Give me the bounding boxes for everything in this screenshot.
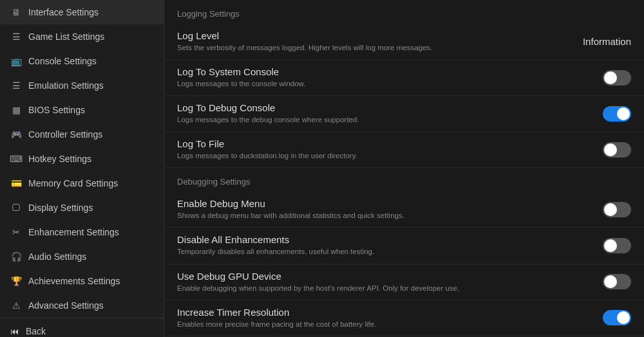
- setting-row-log-to-file: Log To FileLogs messages to duckstation.…: [164, 132, 644, 168]
- display-settings-icon: 🖵: [10, 202, 22, 214]
- setting-row-disable-all-enhancements: Disable All EnhancementsTemporarily disa…: [164, 228, 644, 264]
- achievements-settings-icon: 🏆: [10, 275, 22, 287]
- controller-settings-icon: 🎮: [10, 129, 22, 140]
- toggle-use-debug-gpu-device[interactable]: [603, 274, 631, 289]
- sidebar-item-label: Memory Card Settings: [28, 178, 118, 188]
- sidebar: 🖥Interface Settings☰Game List Settings📺C…: [0, 0, 164, 337]
- sidebar-item-label: Enhancement Settings: [28, 227, 119, 237]
- setting-title: Log To Debug Console: [177, 102, 595, 113]
- hotkey-settings-icon: ⌨: [10, 153, 22, 165]
- sidebar-item-audio-settings[interactable]: 🎧Audio Settings: [0, 244, 164, 269]
- setting-desc: Logs messages to the debug console where…: [177, 114, 595, 125]
- setting-title: Use Debug GPU Device: [177, 271, 595, 282]
- back-button[interactable]: ⏮Back: [0, 318, 164, 337]
- main-content: Logging SettingsLog LevelSets the verbos…: [164, 0, 644, 337]
- sidebar-item-label: Interface Settings: [28, 7, 99, 17]
- sidebar-item-label: Console Settings: [28, 56, 97, 66]
- setting-desc: Logs messages to duckstation.log in the …: [177, 150, 595, 161]
- setting-row-log-level: Log LevelSets the verbosity of messages …: [164, 24, 644, 60]
- setting-text-increase-timer-resolution: Increase Timer ResolutionEnables more pr…: [177, 307, 595, 329]
- emulation-settings-icon: ☰: [10, 80, 22, 91]
- setting-desc: Sets the verbosity of messages logged. H…: [177, 42, 575, 53]
- setting-row-enable-debug-menu: Enable Debug MenuShows a debug menu bar …: [164, 192, 644, 228]
- toggle-log-to-system-console[interactable]: [603, 70, 631, 86]
- sidebar-item-label: Controller Settings: [28, 129, 102, 140]
- sidebar-item-hotkey-settings[interactable]: ⌨Hotkey Settings: [0, 147, 164, 171]
- back-label: Back: [26, 326, 46, 336]
- sidebar-item-label: Game List Settings: [28, 32, 104, 42]
- setting-title: Log To File: [177, 138, 595, 149]
- sidebar-item-label: Hotkey Settings: [28, 154, 91, 164]
- sidebar-item-interface-settings[interactable]: 🖥Interface Settings: [0, 0, 164, 24]
- setting-row-log-to-system-console: Log To System ConsoleLogs messages to th…: [164, 60, 644, 96]
- setting-desc: Enable debugging when supported by the h…: [177, 283, 595, 293]
- game-list-settings-icon: ☰: [10, 31, 22, 42]
- setting-row-use-debug-gpu-device: Use Debug GPU DeviceEnable debugging whe…: [164, 264, 644, 300]
- enhancement-settings-icon: ✂: [10, 226, 22, 238]
- sidebar-item-display-settings[interactable]: 🖵Display Settings: [0, 196, 164, 220]
- sidebar-item-label: Audio Settings: [28, 251, 86, 262]
- sidebar-item-bios-settings[interactable]: ▦BIOS Settings: [0, 98, 164, 122]
- setting-text-log-to-system-console: Log To System ConsoleLogs messages to th…: [177, 66, 595, 89]
- section-header-debugging-settings: Debugging Settings: [164, 168, 644, 192]
- sidebar-item-label: Emulation Settings: [28, 80, 104, 91]
- sidebar-item-label: Advanced Settings: [28, 300, 104, 311]
- section-header-logging-settings: Logging Settings: [164, 0, 644, 24]
- bios-settings-icon: ▦: [10, 104, 22, 116]
- sidebar-item-memory-card-settings[interactable]: 💳Memory Card Settings: [0, 171, 164, 196]
- sidebar-item-controller-settings[interactable]: 🎮Controller Settings: [0, 122, 164, 147]
- sidebar-item-label: BIOS Settings: [28, 105, 85, 115]
- sidebar-item-advanced-settings[interactable]: ⚠Advanced Settings: [0, 293, 164, 318]
- setting-desc: Shows a debug menu bar with additional s…: [177, 210, 595, 221]
- toggle-disable-all-enhancements[interactable]: [603, 238, 631, 253]
- setting-value-log-level[interactable]: Information: [583, 36, 631, 47]
- setting-title: Enable Debug Menu: [177, 198, 595, 209]
- setting-desc: Temporarily disables all enhancements, u…: [177, 246, 595, 257]
- sidebar-item-console-settings[interactable]: 📺Console Settings: [0, 49, 164, 73]
- setting-text-enable-debug-menu: Enable Debug MenuShows a debug menu bar …: [177, 198, 595, 221]
- setting-text-use-debug-gpu-device: Use Debug GPU DeviceEnable debugging whe…: [177, 271, 595, 293]
- setting-title: Log To System Console: [177, 66, 595, 77]
- setting-text-disable-all-enhancements: Disable All EnhancementsTemporarily disa…: [177, 234, 595, 257]
- interface-settings-icon: 🖥: [10, 6, 22, 18]
- setting-title: Log Level: [177, 30, 575, 41]
- toggle-increase-timer-resolution[interactable]: [603, 310, 631, 325]
- setting-row-log-to-debug-console: Log To Debug ConsoleLogs messages to the…: [164, 96, 644, 132]
- setting-desc: Enables more precise frame pacing at the…: [177, 319, 595, 329]
- setting-row-increase-timer-resolution: Increase Timer ResolutionEnables more pr…: [164, 300, 644, 336]
- sidebar-item-label: Display Settings: [28, 203, 93, 213]
- setting-title: Disable All Enhancements: [177, 234, 595, 245]
- console-settings-icon: 📺: [10, 55, 22, 67]
- audio-settings-icon: 🎧: [10, 251, 22, 262]
- toggle-log-to-debug-console[interactable]: [603, 106, 631, 122]
- back-icon: ⏮: [10, 326, 19, 336]
- sidebar-item-enhancement-settings[interactable]: ✂Enhancement Settings: [0, 220, 164, 244]
- advanced-settings-icon: ⚠: [10, 300, 22, 311]
- sidebar-item-achievements-settings[interactable]: 🏆Achievements Settings: [0, 269, 164, 293]
- toggle-enable-debug-menu[interactable]: [603, 202, 631, 217]
- setting-title: Increase Timer Resolution: [177, 307, 595, 318]
- toggle-log-to-file[interactable]: [603, 142, 631, 158]
- sidebar-item-emulation-settings[interactable]: ☰Emulation Settings: [0, 73, 164, 98]
- setting-text-log-to-debug-console: Log To Debug ConsoleLogs messages to the…: [177, 102, 595, 125]
- setting-text-log-to-file: Log To FileLogs messages to duckstation.…: [177, 138, 595, 161]
- sidebar-item-game-list-settings[interactable]: ☰Game List Settings: [0, 24, 164, 49]
- setting-text-log-level: Log LevelSets the verbosity of messages …: [177, 30, 575, 53]
- memory-card-settings-icon: 💳: [10, 178, 22, 189]
- setting-desc: Logs messages to the console window.: [177, 78, 595, 89]
- sidebar-item-label: Achievements Settings: [28, 276, 120, 286]
